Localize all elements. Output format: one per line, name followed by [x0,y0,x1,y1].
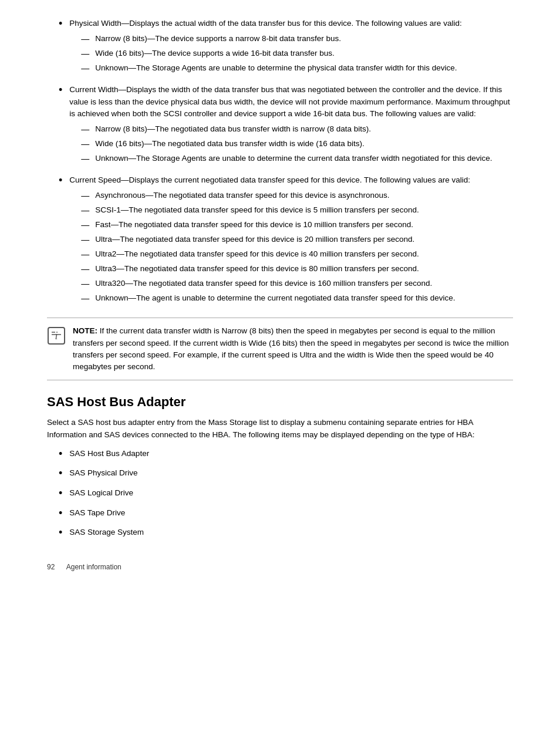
svg-text:i: i [55,330,58,342]
section-title: SAS Host Bus Adapter [47,394,513,411]
note-body: If the current data transfer width is Na… [73,326,509,371]
current-speed-intro: Current Speed—Displays the current negot… [69,175,470,184]
page-footer: 92 Agent information [47,563,513,571]
current-width-dash-list: — Narrow (8 bits)—The negotiated data bu… [81,123,513,165]
dash-text: Unknown—The agent is unable to determine… [95,292,513,304]
dash-item: — Fast—The negotiated data transfer spee… [81,219,513,231]
dash-item: — Ultra—The negotiated data transfer spe… [81,234,513,246]
bullet-item-current-speed: • Current Speed—Displays the current neg… [59,174,513,307]
dash-item: — Ultra2—The negotiated data transfer sp… [81,248,513,261]
dash-item: — Unknown—The agent is unable to determi… [81,292,513,305]
dash-text: Narrow (8 bits)—The negotiated data bus … [95,123,513,135]
dash-text: SCSI-1—The negotiated data transfer spee… [95,204,513,216]
dash-text: Unknown—The Storage Agents are unable to… [95,62,513,74]
dash-text: Ultra—The negotiated data transfer speed… [95,234,513,245]
dash-symbol: — [81,204,89,217]
dash-symbol: — [81,153,89,165]
dash-symbol: — [81,62,89,75]
item-text: SAS Tape Drive [69,507,513,519]
dash-symbol: — [81,248,89,261]
main-bullet-list: • Physical Width—Displays the actual wid… [59,18,513,307]
current-speed-dash-list: — Asynchronous—The negotiated data trans… [81,190,513,305]
current-width-intro: Current Width—Displays the width of the … [69,85,510,118]
dash-text: Narrow (8 bits)—The device supports a na… [95,33,513,45]
note-label: NOTE: [73,326,97,335]
bullet-dot: • [59,526,62,539]
dash-item: — Ultra3—The negotiated data transfer sp… [81,263,513,275]
bullet-dot: • [59,18,62,31]
dash-text: Asynchronous—The negotiated data transfe… [95,190,513,201]
dash-text: Ultra320—The negotiated data transfer sp… [95,278,513,289]
dash-item: — Ultra320—The negotiated data transfer … [81,278,513,290]
bullet-dot: • [59,84,62,97]
section-intro: Select a SAS host bus adapter entry from… [47,417,513,441]
dash-symbol: — [81,292,89,305]
dash-symbol: — [81,138,89,150]
dash-text: Ultra3—The negotiated data transfer spee… [95,263,513,275]
note-icon: i [47,326,66,349]
note-box: i NOTE: If the current data transfer wid… [47,318,513,380]
dash-item: — Asynchronous—The negotiated data trans… [81,190,513,202]
dash-symbol: — [81,190,89,202]
list-item-tape-drive: • SAS Tape Drive [59,507,513,520]
list-item-physical-drive: • SAS Physical Drive [59,467,513,480]
dash-symbol: — [81,278,89,290]
note-content: NOTE: If the current data transfer width… [73,325,513,373]
bullet-dot: • [59,467,62,480]
dash-symbol: — [81,219,89,231]
dash-item: — Narrow (8 bits)—The device supports a … [81,33,513,45]
list-item-storage-system: • SAS Storage System [59,526,513,539]
bullet-item-current-width: • Current Width—Displays the width of th… [59,84,513,167]
section-items-list: • SAS Host Bus Adapter • SAS Physical Dr… [59,448,513,539]
dash-item: — Unknown—The Storage Agents are unable … [81,153,513,165]
dash-text: Wide (16 bits)—The device supports a wid… [95,48,513,59]
bullet-dot: • [59,507,62,520]
dash-text: Unknown—The Storage Agents are unable to… [95,153,513,164]
dash-text: Ultra2—The negotiated data transfer spee… [95,248,513,260]
list-item-hba: • SAS Host Bus Adapter [59,448,513,461]
bullet-item-physical-width: • Physical Width—Displays the actual wid… [59,18,513,77]
bullet-dot: • [59,487,62,500]
dash-item: — Wide (16 bits)—The negotiated data bus… [81,138,513,150]
dash-symbol: — [81,123,89,136]
dash-item: — Narrow (8 bits)—The negotiated data bu… [81,123,513,136]
dash-symbol: — [81,263,89,275]
physical-width-intro: Physical Width—Displays the actual width… [69,19,461,28]
dash-text: Wide (16 bits)—The negotiated data bus t… [95,138,513,150]
item-text: SAS Physical Drive [69,467,513,479]
dash-item: — SCSI-1—The negotiated data transfer sp… [81,204,513,217]
item-text: SAS Logical Drive [69,487,513,499]
bullet-dot: • [59,174,62,187]
physical-width-dash-list: — Narrow (8 bits)—The device supports a … [81,33,513,75]
dash-symbol: — [81,33,89,45]
dash-item: — Unknown—The Storage Agents are unable … [81,62,513,75]
page-number: 92 [47,563,55,571]
dash-symbol: — [81,48,89,60]
dash-symbol: — [81,234,89,246]
item-text: SAS Storage System [69,526,513,538]
item-text: SAS Host Bus Adapter [69,448,513,460]
list-item-logical-drive: • SAS Logical Drive [59,487,513,500]
bullet-dot: • [59,448,62,461]
dash-text: Fast—The negotiated data transfer speed … [95,219,513,231]
dash-item: — Wide (16 bits)—The device supports a w… [81,48,513,60]
footer-label: Agent information [66,563,122,571]
